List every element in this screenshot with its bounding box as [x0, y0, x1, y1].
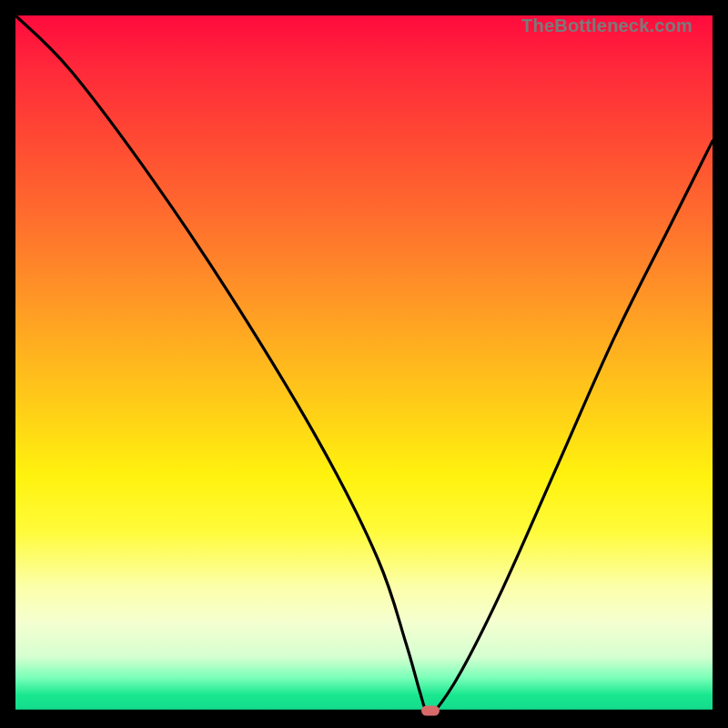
bottleneck-curve: [15, 15, 713, 713]
current-config-marker: [421, 706, 440, 716]
plot-area: TheBottleneck.com: [15, 15, 713, 713]
chart-frame: TheBottleneck.com: [0, 0, 728, 728]
